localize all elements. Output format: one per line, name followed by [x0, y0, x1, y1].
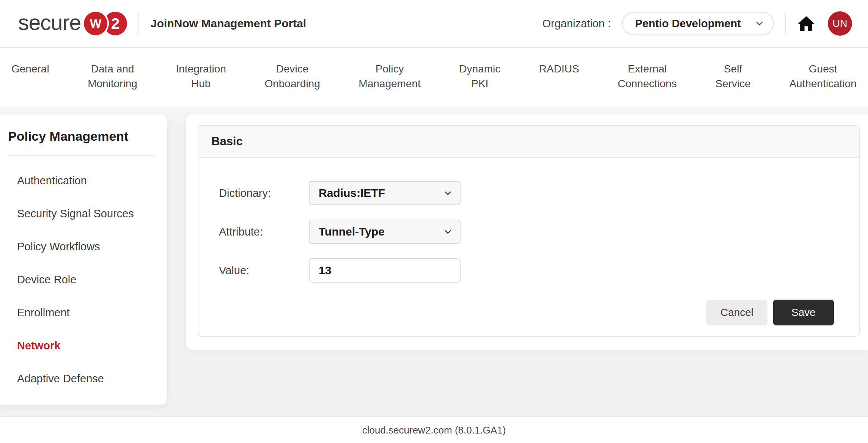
- sidebar-item-label: Adaptive Defense: [17, 372, 104, 385]
- nav-item-integration-hub[interactable]: Integration Hub: [176, 61, 226, 91]
- organization-dropdown[interactable]: Pentio Development: [622, 12, 774, 35]
- nav-item-label: Device Onboarding: [264, 61, 320, 91]
- nav-item-label: Policy Management: [359, 61, 420, 91]
- page-title: JoinNow Management Portal: [151, 17, 306, 30]
- sidebar-item-security-signal-sources[interactable]: Security Signal Sources: [0, 197, 167, 230]
- app-header: secure W 2 JoinNow Management Portal Org…: [0, 0, 868, 48]
- dictionary-selected-value: Radius:IETF: [319, 187, 385, 200]
- logo-badge-w: W: [84, 12, 107, 35]
- organization-selected-value: Pentio Development: [635, 17, 741, 30]
- securew2-logo[interactable]: secure W 2: [18, 12, 127, 35]
- basic-panel-header: Basic: [198, 126, 859, 158]
- content-area: Basic Dictionary: Radius:IETF Attrib: [186, 115, 868, 350]
- sidebar-item-label: Network: [17, 339, 60, 352]
- sidebar-item-label: Enrollment: [17, 306, 70, 319]
- sidebar-item-adaptive-defense[interactable]: Adaptive Defense: [0, 362, 167, 395]
- nav-item-label: External Connections: [618, 61, 677, 91]
- logo-badge-w-letter: W: [90, 17, 101, 31]
- app-root: secure W 2 JoinNow Management Portal Org…: [0, 0, 868, 443]
- sidebar-item-label: Device Role: [17, 273, 76, 286]
- dictionary-select[interactable]: Radius:IETF: [309, 181, 461, 205]
- basic-panel: Basic Dictionary: Radius:IETF Attrib: [198, 125, 860, 337]
- sidebar-list: Authentication Security Signal Sources P…: [0, 156, 167, 395]
- attribute-label: Attribute:: [219, 226, 309, 238]
- sidebar-item-device-role[interactable]: Device Role: [0, 263, 167, 296]
- cancel-button[interactable]: Cancel: [706, 300, 767, 325]
- avatar-initials: UN: [833, 18, 848, 30]
- logo-badge-2-letter: 2: [111, 15, 120, 32]
- nav-item-policy-management[interactable]: Policy Management: [359, 61, 420, 91]
- nav-item-data-and-monitoring[interactable]: Data and Monitoring: [88, 61, 137, 91]
- sidebar-item-authentication[interactable]: Authentication: [0, 164, 167, 197]
- logo-brand-text: secure: [18, 12, 81, 33]
- nav-item-label: Integration Hub: [176, 61, 226, 91]
- chevron-down-icon: [443, 188, 453, 198]
- sidebar-item-label: Security Signal Sources: [17, 207, 134, 220]
- attribute-selected-value: Tunnel-Type: [319, 225, 385, 238]
- header-right-cluster: Organization : Pentio Development UN: [542, 11, 852, 36]
- nav-item-self-service[interactable]: Self Service: [715, 61, 750, 91]
- nav-item-dynamic-pki[interactable]: Dynamic PKI: [459, 61, 500, 91]
- value-input[interactable]: [309, 258, 461, 283]
- dictionary-label: Dictionary:: [219, 187, 309, 200]
- sidebar-item-network[interactable]: Network: [0, 329, 167, 362]
- chevron-down-icon: [443, 227, 453, 237]
- nav-item-label: Dynamic PKI: [459, 61, 500, 91]
- sidebar-item-label: Policy Workflows: [17, 240, 100, 253]
- nav-item-external-connections[interactable]: External Connections: [618, 61, 677, 91]
- form-actions: Cancel Save: [219, 300, 859, 325]
- panel-title: Basic: [211, 135, 243, 148]
- nav-item-radius[interactable]: RADIUS: [539, 61, 579, 76]
- nav-item-label: Data and Monitoring: [88, 61, 137, 91]
- footer-host-version: cloud.securew2.com (8.0.1.GA1): [362, 424, 506, 436]
- chevron-down-icon: [754, 18, 765, 29]
- nav-item-label: Guest Authentication: [789, 61, 856, 91]
- nav-item-label: Self Service: [715, 61, 750, 91]
- header-divider-2: [785, 13, 786, 35]
- basic-panel-body: Dictionary: Radius:IETF Attribute: Tunne…: [198, 158, 859, 337]
- nav-item-label: RADIUS: [539, 61, 579, 76]
- home-icon[interactable]: [797, 16, 815, 31]
- avatar[interactable]: UN: [828, 11, 852, 36]
- organization-label: Organization :: [542, 17, 611, 30]
- sidebar-item-enrollment[interactable]: Enrollment: [0, 296, 167, 329]
- nav-item-guest-authentication[interactable]: Guest Authentication: [789, 61, 856, 91]
- sidebar-item-label: Authentication: [17, 174, 87, 187]
- attribute-select[interactable]: Tunnel-Type: [309, 220, 461, 244]
- sidebar-item-policy-workflows[interactable]: Policy Workflows: [0, 230, 167, 263]
- sidebar: Policy Management Authentication Securit…: [0, 115, 167, 405]
- value-row: Value:: [219, 258, 859, 283]
- sidebar-title: Policy Management: [0, 115, 167, 144]
- nav-item-device-onboarding[interactable]: Device Onboarding: [264, 61, 320, 91]
- page-background: Policy Management Authentication Securit…: [0, 107, 868, 416]
- top-navigation: General Data and Monitoring Integration …: [0, 49, 868, 107]
- app-footer: cloud.securew2.com (8.0.1.GA1): [0, 416, 868, 443]
- nav-item-label: General: [11, 61, 49, 76]
- header-divider: [138, 13, 139, 35]
- dictionary-row: Dictionary: Radius:IETF: [219, 181, 859, 205]
- nav-item-general[interactable]: General: [11, 61, 49, 76]
- value-label: Value:: [219, 264, 309, 277]
- attribute-row: Attribute: Tunnel-Type: [219, 220, 859, 244]
- save-button[interactable]: Save: [773, 300, 834, 325]
